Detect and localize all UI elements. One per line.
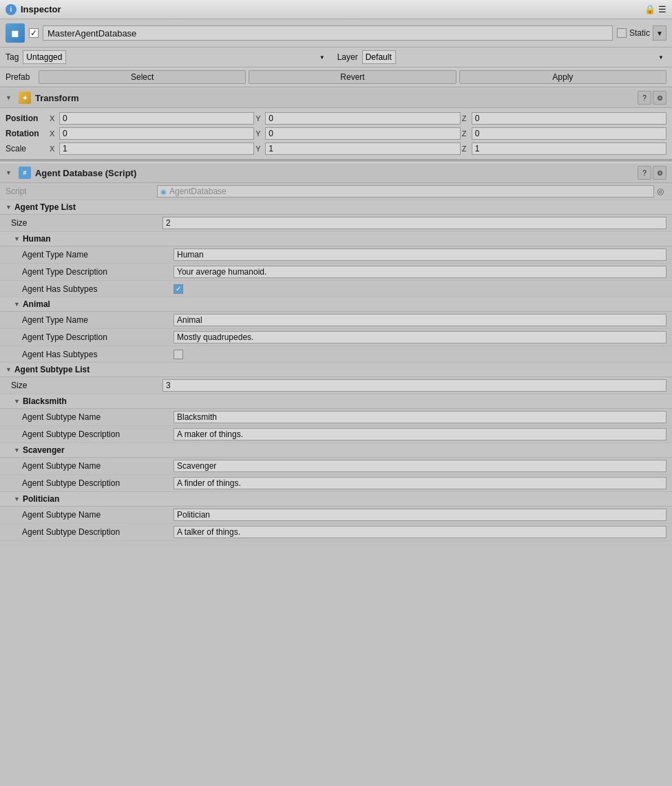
tag-select[interactable]: Untagged <box>23 50 66 64</box>
inspector-title: Inspector <box>21 4 61 14</box>
static-checkbox[interactable] <box>617 28 627 38</box>
rotation-y-input[interactable] <box>265 127 460 140</box>
transform-section: Position X Y Z Rotation X Y <box>0 108 672 160</box>
position-x-input[interactable] <box>59 112 254 125</box>
scale-y-label: Y <box>255 145 264 153</box>
tag-label: Tag <box>6 52 19 62</box>
menu-icon[interactable]: ☰ <box>658 4 666 14</box>
animal-type-name-label: Agent Type Name <box>22 315 174 325</box>
script-target-button[interactable]: ◎ <box>654 185 666 198</box>
select-button[interactable]: Select <box>39 70 246 84</box>
politician-name-input[interactable] <box>174 509 666 521</box>
agent-type-size-input[interactable] <box>162 217 666 229</box>
tag-select-wrapper: Untagged <box>23 50 327 64</box>
scale-y-input[interactable] <box>265 142 460 155</box>
script-field-row: Script ◉ AgentDatabase ◎ <box>0 183 672 200</box>
script-field-value: ◉ AgentDatabase <box>157 185 654 198</box>
prefab-label: Prefab <box>6 72 36 82</box>
agent-subtype-size-row: Size <box>0 377 672 394</box>
agent-db-gear-button[interactable]: ⚙ <box>653 166 666 180</box>
scale-z-label: Z <box>462 145 470 153</box>
animal-type-desc-row: Agent Type Description <box>0 329 672 346</box>
animal-collapse-arrow: ▼ <box>14 301 20 308</box>
animal-type-name-row: Agent Type Name <box>0 312 672 329</box>
scale-z-input[interactable] <box>472 142 666 155</box>
human-group-title: Human <box>23 234 51 244</box>
agent-db-collapse-arrow: ▼ <box>6 169 12 176</box>
agent-subtype-list-header[interactable]: ▼ Agent Subtype List <box>0 363 672 377</box>
scale-row: Scale X Y Z <box>0 141 672 156</box>
transform-title: Transform <box>35 93 633 103</box>
transform-gear-button[interactable]: ⚙ <box>653 91 666 105</box>
blacksmith-name-input[interactable] <box>174 411 666 423</box>
object-active-checkbox[interactable]: ✓ <box>29 28 39 38</box>
human-type-desc-input[interactable] <box>174 266 666 278</box>
animal-has-subtypes-row: Agent Has Subtypes <box>0 346 672 363</box>
scale-label: Scale <box>6 144 47 153</box>
human-type-name-label: Agent Type Name <box>22 250 174 259</box>
agent-database-actions: ? ⚙ <box>638 166 666 180</box>
layer-select[interactable]: Default <box>362 50 396 64</box>
position-y-input[interactable] <box>265 112 460 125</box>
blacksmith-group-header[interactable]: ▼ Blacksmith <box>0 394 672 409</box>
chevron-down-icon: ▼ <box>656 30 663 37</box>
scavenger-collapse-arrow: ▼ <box>14 447 20 454</box>
scale-x-label: X <box>50 145 58 153</box>
politician-group-title: Politician <box>23 494 59 504</box>
revert-button[interactable]: Revert <box>249 70 456 84</box>
animal-group-header[interactable]: ▼ Animal <box>0 297 672 312</box>
tag-layer-row: Tag Untagged Layer Default <box>0 47 672 67</box>
animal-type-name-input[interactable] <box>174 314 666 326</box>
rotation-x-item: X <box>50 127 254 140</box>
agent-type-size-label: Size <box>11 218 162 228</box>
animal-has-subtypes-checkbox[interactable] <box>174 350 183 359</box>
transform-section-header[interactable]: ▼ ✦ Transform ? ⚙ <box>0 87 672 108</box>
agent-db-help-button[interactable]: ? <box>638 166 651 180</box>
rotation-label: Rotation <box>6 129 47 138</box>
transform-help-button[interactable]: ? <box>638 91 651 105</box>
position-z-input[interactable] <box>472 112 666 125</box>
agent-type-size-row: Size <box>0 215 672 232</box>
agent-database-section-header[interactable]: ▼ # Agent Database (Script) ? ⚙ <box>0 162 672 183</box>
scavenger-group-header[interactable]: ▼ Scavenger <box>0 443 672 458</box>
apply-button[interactable]: Apply <box>459 70 666 84</box>
rotation-y-label: Y <box>255 129 264 138</box>
politician-name-label: Agent Subtype Name <box>22 510 174 520</box>
scavenger-name-input[interactable] <box>174 460 666 472</box>
agent-database-title: Agent Database (Script) <box>35 168 633 178</box>
scale-xyz: X Y Z <box>50 142 666 155</box>
human-has-subtypes-label: Agent Has Subtypes <box>22 284 174 294</box>
agent-subtype-size-input[interactable] <box>162 379 666 392</box>
politician-group-header[interactable]: ▼ Politician <box>0 492 672 507</box>
script-field-label: Script <box>6 187 157 196</box>
politician-desc-row: Agent Subtype Description <box>0 524 672 541</box>
position-z-item: Z <box>462 112 666 125</box>
politician-desc-label: Agent Subtype Description <box>22 527 174 537</box>
layer-label: Layer <box>337 52 358 62</box>
agent-subtype-list-title: Agent Subtype List <box>14 365 90 374</box>
agent-subtype-size-label: Size <box>11 381 162 390</box>
human-group-header[interactable]: ▼ Human <box>0 232 672 246</box>
human-type-desc-label: Agent Type Description <box>22 267 174 277</box>
human-type-name-input[interactable] <box>174 248 666 261</box>
object-name-input[interactable] <box>43 25 613 41</box>
human-collapse-arrow: ▼ <box>14 235 20 242</box>
rotation-x-input[interactable] <box>59 127 254 140</box>
scavenger-desc-input[interactable] <box>174 477 666 489</box>
rotation-row: Rotation X Y Z <box>0 126 672 141</box>
agent-type-list-header[interactable]: ▼ Agent Type List <box>0 200 672 215</box>
layer-select-wrapper: Default <box>362 50 666 64</box>
scale-x-input[interactable] <box>59 142 254 155</box>
animal-type-desc-input[interactable] <box>174 331 666 343</box>
position-label: Position <box>6 114 47 123</box>
position-y-item: Y <box>255 112 460 125</box>
human-has-subtypes-checkbox[interactable]: ✓ <box>174 284 183 294</box>
static-dropdown[interactable]: ▼ <box>653 25 666 41</box>
politician-desc-input[interactable] <box>174 526 666 538</box>
blacksmith-name-label: Agent Subtype Name <box>22 412 174 422</box>
lock-icon[interactable]: 🔒 <box>644 4 655 14</box>
blacksmith-desc-input[interactable] <box>174 428 666 440</box>
scale-y-item: Y <box>255 142 460 155</box>
rotation-z-input[interactable] <box>472 127 666 140</box>
scavenger-name-label: Agent Subtype Name <box>22 461 174 471</box>
